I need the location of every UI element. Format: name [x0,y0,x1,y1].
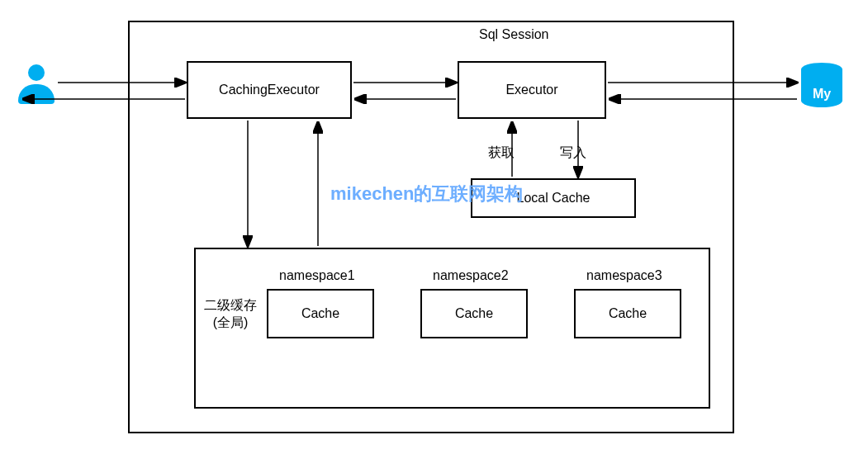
l2-cache-label: 二级缓存 (全局) [204,297,257,332]
db-text: My [813,87,831,101]
caching-executor-label: CachingExecutor [219,83,320,97]
namespace1-label: namespace1 [279,268,355,283]
sql-session-label: Sql Session [479,27,549,42]
local-cache-label: Local Cache [517,191,591,206]
diagram-canvas: Sql Session CachingExecutor Executor Loc… [0,0,868,454]
executor-label: Executor [505,83,557,97]
cache1-label: Cache [301,306,339,321]
caching-executor-box: CachingExecutor [187,61,352,119]
database-icon: My [799,62,844,106]
executor-box: Executor [458,61,606,119]
l2-label-line2: (全局) [213,315,249,329]
cache3-label: Cache [609,306,647,321]
l2-label-line1: 二级缓存 [204,298,257,312]
cache-box-3: Cache [574,289,681,338]
namespace3-label: namespace3 [586,268,662,283]
cache-box-1: Cache [267,289,374,338]
cache2-label: Cache [455,306,493,321]
cache-box-2: Cache [420,289,528,338]
local-cache-box: Local Cache [471,178,636,218]
user-icon [17,64,56,114]
fetch-label: 获取 [488,144,515,162]
write-label: 写入 [560,144,586,162]
namespace2-label: namespace2 [433,268,509,283]
